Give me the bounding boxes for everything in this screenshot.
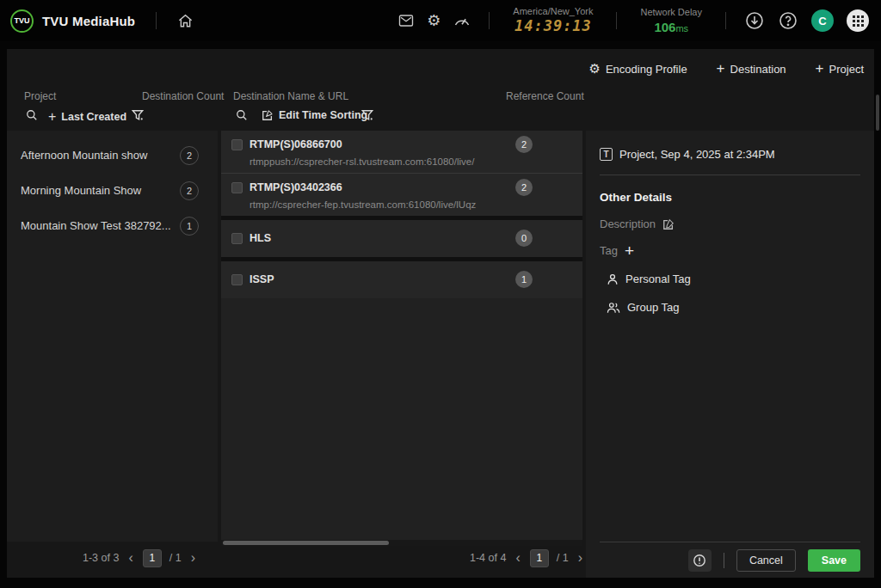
- reference-count-badge: 2: [515, 179, 533, 196]
- horizontal-scrollbar[interactable]: [221, 540, 582, 546]
- column-destination-count: Destination Count: [142, 90, 224, 102]
- horizontal-scrollbar-thumb[interactable]: [223, 541, 389, 545]
- destination-count-badge: 2: [180, 181, 199, 200]
- edit-icon: [262, 109, 274, 121]
- prev-page-icon[interactable]: ‹: [514, 551, 521, 565]
- help-icon[interactable]: [778, 10, 798, 31]
- messages-icon[interactable]: [398, 14, 414, 28]
- save-button[interactable]: Save: [808, 549, 860, 572]
- destinations-panel: RTMP(S)06866700 2 rtmppush://csprecher-r…: [221, 131, 582, 546]
- project-name: Mountain Show Test 382792...: [21, 219, 171, 232]
- tvu-logo: TVU: [10, 9, 34, 33]
- column-destination-name-url: Destination Name & URL: [233, 90, 348, 102]
- network-delay-value: 106: [654, 20, 675, 34]
- topbar-divider: [156, 12, 157, 29]
- destination-url: rtmp://csprecher-fep.tvustream.com:61080…: [250, 199, 570, 210]
- projects-pagination: 1-3 of 3 ‹ 1 / 1 ›: [83, 548, 197, 567]
- destination-name: RTMP(S)03402366: [250, 181, 508, 193]
- gear-icon: ⚙︎: [588, 61, 600, 77]
- other-details-title: Other Details: [586, 175, 874, 204]
- group-icon: [607, 302, 620, 314]
- projects-panel: Afternoon Mountain show 2 Morning Mounta…: [7, 131, 218, 542]
- personal-tag-label: Personal Tag: [625, 273, 691, 285]
- reference-count-badge: 2: [515, 136, 533, 153]
- add-project-button[interactable]: + Project: [816, 60, 864, 77]
- project-row[interactable]: Morning Mountain Show 2: [7, 173, 218, 208]
- current-page[interactable]: 1: [143, 549, 162, 567]
- personal-tag-item[interactable]: Personal Tag: [586, 257, 874, 285]
- destination-row[interactable]: HLS 0: [221, 220, 582, 257]
- project-search-icon[interactable]: [26, 109, 38, 121]
- reference-count-badge: 1: [515, 271, 533, 288]
- encoding-profile-button[interactable]: ⚙︎ Encoding Profile: [588, 61, 687, 77]
- settings-gear-icon[interactable]: ⚙︎: [427, 11, 440, 30]
- plus-icon: +: [717, 60, 725, 77]
- person-icon: [607, 273, 619, 285]
- app-title: TVU MediaHub: [42, 14, 135, 28]
- detail-header-text: Project, Sep 4, 2025 at 2:34PM: [619, 148, 775, 161]
- total-pages: / 1: [169, 552, 182, 564]
- destination-row[interactable]: RTMP(S)06866700 2 rtmppush://csprecher-r…: [221, 131, 582, 174]
- destination-row[interactable]: RTMP(S)03402366 2 rtmp://csprecher-fep.t…: [221, 174, 582, 216]
- destination-count-badge: 2: [180, 146, 199, 165]
- apps-grid-icon[interactable]: [847, 9, 869, 32]
- window-scrollbar-thumb[interactable]: [876, 95, 879, 131]
- next-page-icon[interactable]: ›: [189, 551, 197, 565]
- destination-name: RTMP(S)06866700: [250, 138, 508, 150]
- tvu-logo-text: TVU: [15, 16, 30, 25]
- group-tag-item[interactable]: Group Tag: [586, 285, 874, 314]
- main-content: ⚙︎ Encoding Profile + Destination + Proj…: [7, 49, 874, 578]
- tag-label: Tag: [600, 244, 618, 257]
- add-destination-label: Destination: [730, 63, 786, 76]
- speed-test-icon[interactable]: [453, 14, 471, 28]
- add-project-label: Project: [829, 63, 864, 76]
- sort-last-created-button[interactable]: + Last Created: [48, 109, 126, 125]
- next-page-icon[interactable]: ›: [576, 551, 584, 565]
- user-avatar[interactable]: C: [811, 9, 834, 32]
- project-filter-icon[interactable]: [132, 109, 144, 121]
- topbar-divider: [616, 12, 617, 29]
- project-row[interactable]: Mountain Show Test 382792... 1: [7, 208, 218, 243]
- destination-checkbox[interactable]: [231, 233, 243, 244]
- info-icon[interactable]: [688, 549, 712, 572]
- project-row[interactable]: Afternoon Mountain show 2: [7, 138, 218, 173]
- reference-count-badge: 0: [515, 230, 533, 247]
- encoding-profile-label: Encoding Profile: [606, 63, 687, 76]
- description-label: Description: [600, 217, 656, 230]
- destination-name: HLS: [250, 232, 508, 244]
- clock-time: 14:39:13: [514, 18, 592, 35]
- download-icon[interactable]: [744, 10, 765, 31]
- project-name: Afternoon Mountain show: [21, 149, 147, 162]
- destination-name: ISSP: [250, 273, 508, 285]
- actions-row: ⚙︎ Encoding Profile + Destination + Proj…: [7, 49, 864, 89]
- add-destination-button[interactable]: + Destination: [717, 60, 786, 77]
- edit-description-icon[interactable]: [662, 218, 675, 230]
- destination-row[interactable]: ISSP 1: [221, 261, 582, 298]
- top-bar: TVU TVU MediaHub ⚙︎ America/New_York 14:…: [0, 0, 881, 41]
- column-project: Project: [24, 90, 56, 102]
- cancel-button[interactable]: Cancel: [736, 549, 796, 572]
- edit-time-sorting-label: Edit Time Sorting: [279, 109, 367, 121]
- destinations-range: 1-4 of 4: [470, 552, 506, 564]
- projects-range: 1-3 of 3: [83, 552, 119, 564]
- destinations-pagination: 1-4 of 4 ‹ 1 / 1 ›: [470, 548, 584, 567]
- topbar-divider: [725, 12, 726, 29]
- destination-checkbox[interactable]: [231, 274, 243, 285]
- prev-page-icon[interactable]: ‹: [126, 551, 134, 565]
- network-delay-label: Network Delay: [640, 7, 702, 18]
- network-delay: Network Delay 106ms: [635, 7, 707, 34]
- total-pages: / 1: [557, 552, 569, 564]
- edit-time-sorting-button[interactable]: Edit Time Sorting: [262, 109, 367, 121]
- destination-search-icon[interactable]: [236, 109, 248, 121]
- destination-url: rtmppush://csprecher-rsl.tvustream.com:6…: [250, 156, 570, 167]
- project-name: Morning Mountain Show: [21, 184, 141, 197]
- project-title-icon: T: [600, 148, 613, 161]
- home-icon[interactable]: [177, 13, 194, 29]
- destination-checkbox[interactable]: [231, 182, 243, 193]
- current-page[interactable]: 1: [530, 549, 549, 567]
- destination-checkbox[interactable]: [231, 139, 243, 150]
- last-created-label: Last Created: [61, 111, 126, 123]
- timezone-clock: America/New_York 14:39:13: [508, 6, 598, 34]
- detail-footer: Cancel Save: [600, 542, 860, 578]
- destination-filter-icon[interactable]: [361, 109, 373, 121]
